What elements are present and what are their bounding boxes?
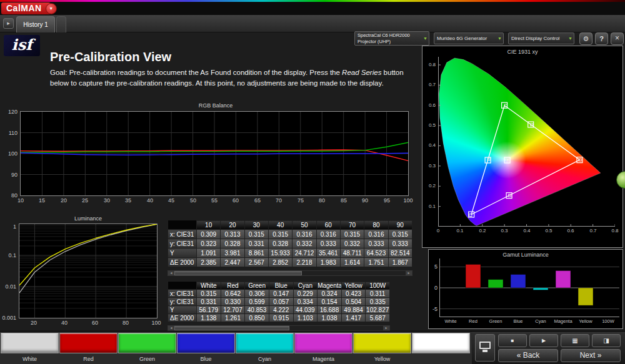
help-button[interactable]: ? (595, 32, 608, 45)
close-button[interactable]: × (611, 32, 624, 45)
axis-tick-label: 80 (119, 320, 132, 326)
axis-tick-label: 0.4 (424, 142, 436, 149)
table-row-label: y: CIE31 (168, 239, 197, 248)
next-button[interactable]: Next » (561, 349, 621, 362)
chevron-down-icon: ▼ (496, 36, 503, 41)
table-cell: 0.331 (244, 239, 268, 248)
scroll-left-icon[interactable]: ◄ (168, 271, 174, 275)
logo-menu-icon[interactable]: ▼ (46, 3, 57, 14)
pattern-window-button[interactable]: ▦ (561, 334, 589, 347)
table-row: Y1.0913.9818.86115.93324.71235.46148.711… (168, 248, 412, 258)
table-cell: 0.313 (221, 230, 244, 239)
axis-tick-label: 85 (338, 197, 350, 204)
table-cell: 0.315 (388, 230, 412, 239)
goal-text: Goal: Pre-calibration readings to docume… (50, 67, 429, 89)
table-row: ΔE 20002.3852.4472.5672.8522.2181.9831.6… (168, 258, 412, 267)
back-button[interactable]: « Back (498, 349, 558, 362)
grayscale-measurement-table: 102030405060708090x: CIE310.3090.3130.31… (168, 220, 412, 267)
tab-stub[interactable] (56, 16, 66, 32)
table-column-header: Blue (269, 282, 293, 290)
layout-button[interactable]: ◨ (592, 334, 621, 347)
table-column-header: White (197, 282, 221, 290)
axis-tick-label: 0 (433, 228, 443, 234)
table-cell: 0.306 (245, 290, 269, 298)
axis-tick-label: 60 (89, 320, 101, 326)
table-cell: 15.933 (268, 248, 292, 258)
axis-tick-label: 75 (294, 197, 307, 204)
scrollbar-track[interactable] (174, 271, 406, 275)
scrollbar-thumb[interactable] (174, 326, 289, 330)
cie-1931-panel: CIE 1931 xy 0.10.20.30.40.50.60.70.8 00.… (422, 46, 623, 248)
table-cell: 0.504 (341, 298, 366, 306)
gamut-luminance-panel: Gamut Luminance 50-5 WhiteRedGreenBlueCy… (428, 249, 623, 329)
tab-nav-button[interactable]: ▸ (3, 18, 14, 29)
table-cell: 0.057 (269, 298, 293, 306)
luminance-plot (19, 224, 158, 318)
chevron-down-icon: ▼ (422, 36, 429, 41)
meter-dropdown-label: SpectraCal C6 HDR2000 Projector (UHP) (355, 32, 422, 45)
table-column-header: 90 (388, 220, 412, 230)
table-column-header: Cyan (293, 282, 318, 290)
axis-tick-label: 0.4 (522, 228, 532, 234)
color-swatch-white[interactable] (1, 333, 59, 353)
tab-history-1[interactable]: History 1 (16, 16, 55, 32)
table-row-label: Y (168, 248, 197, 258)
axis-tick-label: 1 (0, 224, 16, 230)
display-control-dropdown-label: Direct Display Control (509, 35, 567, 42)
table-row-label: x: CIE31 (168, 230, 197, 239)
color-swatch-cyan[interactable] (236, 333, 294, 353)
color-swatch-red[interactable] (59, 333, 118, 353)
table-cell: 0.311 (366, 290, 390, 298)
table-cell: 8.861 (244, 248, 268, 258)
table-cell: 2.385 (197, 258, 221, 267)
table-cell: 1.103 (293, 314, 318, 322)
isf-logo: isf (4, 35, 40, 56)
gamut-table-scrollbar[interactable]: ◄ ► (168, 325, 390, 331)
generator-dropdown-label: Murideo 6G Generator (434, 35, 496, 42)
display-pattern-button[interactable] (475, 334, 495, 362)
color-swatch-blue[interactable] (177, 333, 235, 353)
table-cell: 1.038 (318, 314, 342, 322)
table-column-header: Magenta (318, 282, 342, 290)
scroll-left-icon[interactable]: ◄ (168, 326, 174, 330)
table-cell: 1.417 (341, 314, 366, 322)
stop-button[interactable]: ■ (498, 334, 527, 347)
generator-dropdown[interactable]: Murideo 6G Generator ▼ (434, 32, 504, 44)
read-series-button[interactable]: ▶ (529, 334, 558, 347)
axis-tick-label: 45 (165, 197, 178, 204)
table-cell: 0.315 (268, 230, 292, 239)
swatch-label: Magenta (294, 356, 352, 362)
table-cell: 0.333 (388, 239, 412, 248)
color-swatch-yellow[interactable] (353, 333, 411, 353)
grayscale-table-scrollbar[interactable]: ◄ ► (168, 270, 412, 276)
axis-tick-label: 100 (402, 197, 414, 204)
scrollbar-thumb[interactable] (174, 271, 302, 275)
axis-tick-label: 70 (272, 197, 285, 204)
color-swatch-green[interactable] (118, 333, 176, 353)
display-control-dropdown[interactable]: Direct Display Control ▼ (508, 32, 574, 44)
color-swatch-patch-8[interactable] (412, 333, 470, 353)
axis-tick-label: 0.8 (424, 62, 436, 68)
axis-tick-label: Green (484, 318, 507, 325)
scrollbar-track[interactable] (174, 326, 383, 330)
table-cell: 2.447 (221, 258, 244, 267)
scroll-right-icon[interactable]: ► (406, 271, 412, 275)
table-cell: 1.983 (316, 258, 340, 267)
data-table: 102030405060708090x: CIE310.3090.3130.31… (168, 220, 412, 267)
swatch-label: Blue (177, 356, 235, 362)
settings-button[interactable]: ⚙ (579, 32, 592, 45)
calman-logo[interactable]: CalMAN ▼ (1, 2, 57, 14)
title-bar: CalMAN ▼ (0, 2, 625, 15)
data-table: WhiteRedGreenBlueCyanMagentaYellow100Wx:… (168, 281, 390, 322)
help-icon: ? (599, 35, 604, 42)
table-cell: 0.316 (316, 230, 340, 239)
axis-tick-label: Red (462, 318, 484, 325)
table-cell: 102.827 (366, 306, 390, 314)
luminance-chart (19, 224, 157, 318)
axis-tick-label: 10 (14, 197, 27, 204)
color-swatch-magenta[interactable] (294, 333, 352, 353)
meter-dropdown[interactable]: SpectraCal C6 HDR2000 Projector (UHP) ▼ (354, 31, 429, 46)
scroll-right-icon[interactable]: ► (383, 326, 389, 330)
swatch-label: White (1, 356, 59, 362)
table-row-label: Y (168, 306, 197, 314)
